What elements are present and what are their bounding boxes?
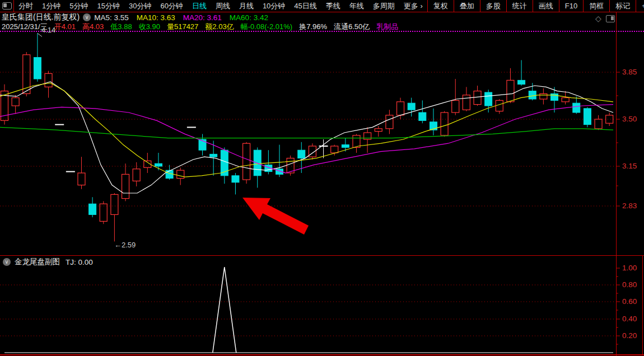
sub-axis-label: 0.20 bbox=[622, 331, 643, 340]
period-tab[interactable]: 季线 bbox=[321, 1, 345, 11]
period-tab[interactable]: 分时 bbox=[14, 1, 38, 11]
toolbar-action-button[interactable]: 复权 bbox=[427, 0, 454, 12]
stock-header-row: 皇氏集团(日线.前复权) ∨ MA5: 3.55MA10: 3.63MA20: … bbox=[0, 12, 644, 22]
sub-axis-label: 0.40 bbox=[622, 315, 643, 323]
quote-field: 额2.03亿 bbox=[203, 22, 234, 32]
toolbar-action-button[interactable]: +自选 bbox=[636, 0, 644, 12]
red-arrow-annotation bbox=[242, 198, 309, 235]
toolbar-action-button[interactable]: 叠加 bbox=[454, 0, 480, 12]
period-tab[interactable]: 年线 bbox=[345, 1, 368, 11]
price-axis-label: 3.85 bbox=[622, 68, 643, 76]
high-annotation: 4.14 bbox=[41, 26, 55, 34]
quote-field: 幅-0.08(-2.01%) bbox=[239, 22, 292, 32]
diamond-marker-icon[interactable]: ◇ bbox=[595, 15, 601, 22]
bottom-border bbox=[0, 354, 644, 355]
quote-field: 乳制品 bbox=[375, 22, 398, 32]
period-tab[interactable]: 5分钟 bbox=[65, 1, 92, 11]
sub-axis-label: 0.80 bbox=[622, 280, 643, 289]
chart-corner-tools: ◇ bbox=[595, 15, 615, 22]
period-tab[interactable]: 月线 bbox=[235, 1, 258, 11]
trading-app-window: 分时1分钟5分钟15分钟30分钟60分钟日线周线月线10分钟45日线季线年线多周… bbox=[0, 0, 644, 356]
sub-indicator-name: 金龙尾盘副图 bbox=[15, 257, 60, 267]
ma-values: MA5: 3.55MA10: 3.63MA20: 3.61MA60: 3.42 bbox=[94, 13, 276, 22]
quote-field: 2025/12/31/三 bbox=[0, 22, 48, 32]
period-tab[interactable]: 周线 bbox=[211, 1, 235, 11]
period-toolbar: 分时1分钟5分钟15分钟30分钟60分钟日线周线月线10分钟45日线季线年线多周… bbox=[0, 0, 644, 12]
stock-title: 皇氏集团(日线.前复权) bbox=[0, 12, 80, 22]
toolbar-action-button[interactable]: F10 bbox=[559, 0, 583, 12]
layout-toggle-button[interactable] bbox=[0, 0, 14, 12]
panel-divider[interactable] bbox=[0, 255, 644, 256]
price-axis-label: 3.50 bbox=[622, 115, 643, 123]
price-axis-label: 3.15 bbox=[622, 162, 643, 170]
toolbar-action-button[interactable]: 多股 bbox=[480, 0, 506, 12]
period-tab[interactable]: 日线 bbox=[188, 1, 211, 11]
split-view-icon bbox=[2, 2, 12, 10]
chevron-down-icon[interactable]: ∨ bbox=[3, 258, 11, 266]
quote-field: 换7.96% bbox=[297, 22, 327, 32]
ma-value-label: MA60: 3.42 bbox=[230, 13, 268, 22]
period-tab[interactable]: 45日线 bbox=[290, 1, 321, 11]
period-tabs: 分时1分钟5分钟15分钟30分钟60分钟日线周线月线10分钟45日线季线年线多周… bbox=[14, 1, 427, 11]
sub-axis-border bbox=[642, 256, 643, 355]
quote-field: 低3.88 bbox=[109, 22, 132, 32]
sub-indicator-header: ∨ 金龙尾盘副图 TJ: 0.00 bbox=[3, 257, 93, 267]
action-buttons: 复权叠加多股统计画线F10简框标记+自选返回 bbox=[427, 0, 644, 12]
period-tab[interactable]: 多周期 bbox=[368, 1, 399, 11]
low-annotation: ←2.59 bbox=[114, 241, 136, 249]
ma-value-label: MA20: 3.61 bbox=[183, 13, 222, 22]
period-tab[interactable]: 60分钟 bbox=[156, 1, 187, 11]
period-tab[interactable]: 15分钟 bbox=[92, 1, 124, 11]
period-tab[interactable]: 10分钟 bbox=[258, 1, 290, 11]
period-tab[interactable]: 更多 › bbox=[399, 1, 427, 11]
quote-field: 量517427 bbox=[165, 22, 198, 32]
chart-area[interactable]: 3.853.503.152.83 4.14 ←2.59 ◇ ∨ 金龙尾盘副图 T… bbox=[0, 32, 644, 356]
sub-axis-label: 0.60 bbox=[622, 297, 643, 306]
toolbar-action-button[interactable]: 简框 bbox=[583, 0, 609, 12]
sub-axis-label: 1.00 bbox=[622, 264, 643, 272]
sub-indicator-value: TJ: 0.00 bbox=[66, 258, 93, 266]
price-axis-line bbox=[616, 12, 617, 356]
quote-field: 收3.90 bbox=[137, 22, 160, 32]
toolbar-action-button[interactable]: 统计 bbox=[506, 0, 533, 12]
period-tab[interactable]: 1分钟 bbox=[38, 1, 65, 11]
period-tab[interactable]: 30分钟 bbox=[124, 1, 156, 11]
candlestick-chart[interactable] bbox=[0, 32, 644, 356]
ma-value-label: MA10: 3.63 bbox=[137, 13, 175, 22]
price-axis-label: 2.83 bbox=[622, 202, 643, 210]
quote-field: 高4.03 bbox=[81, 22, 104, 32]
window-split-icon[interactable] bbox=[606, 15, 615, 22]
ma-value-label: MA5: 3.55 bbox=[94, 13, 129, 22]
chevron-down-icon[interactable]: ∨ bbox=[83, 13, 91, 21]
toolbar-action-button[interactable]: 标记 bbox=[609, 0, 636, 12]
quote-field: 流通6.50亿 bbox=[332, 22, 370, 32]
toolbar-action-button[interactable]: 画线 bbox=[533, 0, 559, 12]
quote-row: 2025/12/31/三开4.01高4.03低3.88收3.90量517427额… bbox=[0, 22, 644, 32]
quote-field: 开4.01 bbox=[53, 22, 76, 32]
